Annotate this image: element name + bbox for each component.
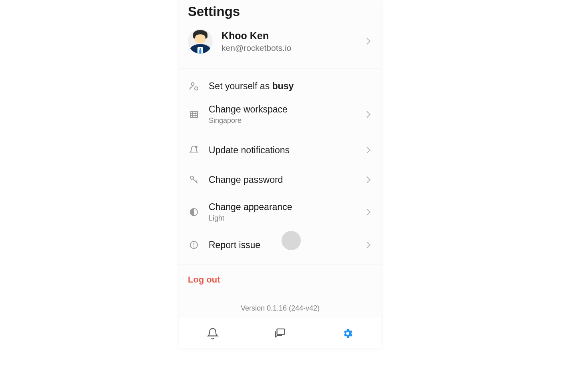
profile-email: ken@rocketbots.io [222, 42, 364, 53]
chevron-right-icon [364, 38, 373, 45]
svg-rect-15 [277, 329, 285, 334]
change-workspace-row[interactable]: Change workspace Singapore [179, 99, 381, 130]
report-issue-row[interactable]: Report issue [179, 232, 381, 258]
change-workspace-label: Change workspace [209, 103, 364, 116]
divider [179, 68, 381, 68]
update-notifications-label: Update notifications [209, 144, 364, 156]
report-issue-label: Report issue [209, 239, 364, 251]
tabbar [179, 318, 381, 348]
logout-row[interactable]: Log out [179, 265, 381, 295]
change-password-row[interactable]: Change password [179, 167, 381, 193]
logout-label[interactable]: Log out [188, 275, 220, 285]
svg-point-0 [191, 83, 194, 86]
tab-messages[interactable] [272, 325, 288, 341]
appearance-icon [188, 207, 200, 217]
svg-point-8 [190, 176, 193, 179]
notifications-icon [188, 145, 200, 155]
profile-row[interactable]: Khoo Ken ken@rocketbots.io [179, 23, 381, 61]
set-busy-label: Set yourself as busy [209, 80, 373, 92]
svg-point-14 [194, 247, 194, 247]
svg-line-10 [196, 180, 197, 182]
chevron-right-icon [364, 111, 373, 118]
settings-screen: Settings Khoo Ken ken@rocketbots.io [179, 0, 381, 348]
profile-text: Khoo Ken ken@rocketbots.io [222, 29, 364, 53]
change-appearance-row[interactable]: Change appearance Light [179, 197, 381, 227]
set-busy-bold: busy [272, 81, 294, 91]
person-status-icon [188, 81, 200, 91]
change-workspace-value: Singapore [209, 116, 364, 126]
header: Settings [179, 0, 381, 23]
version-label: Version 0.1.16 (244-v42) [241, 304, 320, 312]
change-appearance-label: Change appearance [209, 201, 364, 213]
chevron-right-icon [364, 146, 373, 154]
change-password-label: Change password [209, 173, 364, 186]
chevron-right-icon [364, 241, 373, 249]
set-busy-prefix: Set yourself as [209, 81, 272, 91]
profile-name: Khoo Ken [222, 29, 364, 42]
version-row: Version 0.1.16 (244-v42) [179, 295, 381, 313]
key-icon [188, 175, 200, 185]
workspace-icon [188, 110, 200, 119]
update-notifications-row[interactable]: Update notifications [179, 137, 381, 163]
avatar [188, 29, 213, 54]
tab-settings[interactable] [340, 325, 356, 341]
alert-icon [188, 240, 200, 250]
tab-notifications[interactable] [205, 325, 221, 341]
set-busy-row[interactable]: Set yourself as busy [179, 73, 381, 99]
svg-point-7 [195, 146, 197, 148]
svg-rect-2 [190, 111, 197, 118]
svg-point-16 [346, 332, 349, 335]
chevron-right-icon [364, 209, 373, 216]
svg-point-1 [195, 87, 198, 90]
page-title: Settings [188, 4, 373, 19]
chevron-right-icon [364, 176, 373, 183]
change-appearance-value: Light [209, 213, 364, 223]
